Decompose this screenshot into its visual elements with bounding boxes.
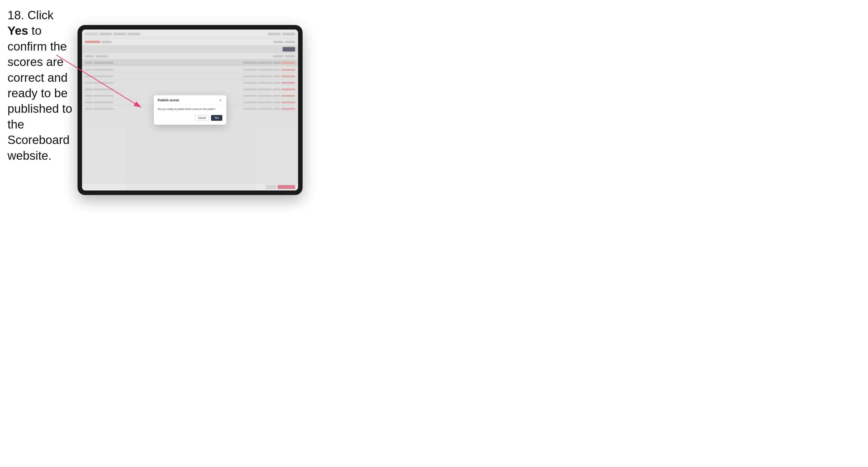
- modal-title: Publish scores: [158, 98, 179, 102]
- cancel-button[interactable]: Cancel: [195, 115, 209, 121]
- instruction-text: 18. Click Yes to confirm the scores are …: [7, 7, 78, 163]
- publish-scores-modal: Publish scores × Are you ready to publis…: [154, 95, 226, 125]
- instruction-body: to confirm the scores are correct and re…: [7, 24, 72, 162]
- modal-overlay: Publish scores × Are you ready to publis…: [82, 30, 298, 190]
- modal-header: Publish scores ×: [154, 95, 226, 104]
- modal-actions: Cancel Yes: [158, 115, 222, 121]
- step-number: 18. Click: [7, 8, 54, 22]
- tablet-device: Publish scores × Are you ready to publis…: [78, 25, 303, 195]
- modal-close-button[interactable]: ×: [218, 98, 222, 102]
- modal-message: Are you ready to publish these scores to…: [158, 107, 222, 111]
- yes-button[interactable]: Yes: [211, 115, 222, 121]
- modal-body: Are you ready to publish these scores to…: [154, 104, 226, 125]
- tablet-screen: Publish scores × Are you ready to publis…: [82, 30, 298, 190]
- yes-emphasis: Yes: [7, 24, 28, 37]
